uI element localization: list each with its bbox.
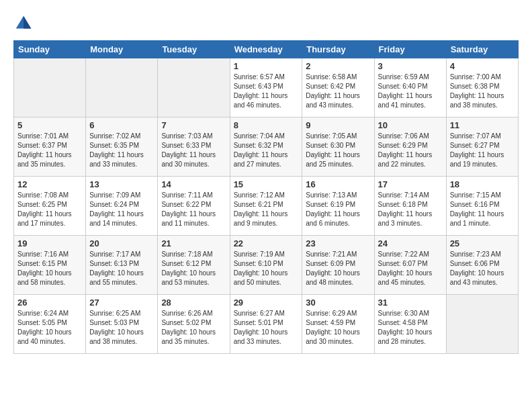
- calendar-week-row: 19Sunrise: 7:16 AM Sunset: 6:15 PM Dayli…: [14, 236, 519, 295]
- calendar-day-cell: 9Sunrise: 7:05 AM Sunset: 6:30 PM Daylig…: [302, 118, 374, 177]
- day-number: 22: [234, 238, 299, 248]
- day-detail: Sunrise: 7:01 AM Sunset: 6:37 PM Dayligh…: [17, 132, 82, 169]
- day-number: 27: [89, 298, 154, 308]
- calendar-day-cell: 30Sunrise: 6:29 AM Sunset: 4:59 PM Dayli…: [302, 295, 374, 354]
- day-number: 17: [378, 179, 443, 189]
- day-number: 23: [306, 238, 370, 248]
- day-of-week-header: Monday: [86, 41, 158, 58]
- calendar-day-cell: 31Sunrise: 6:30 AM Sunset: 4:58 PM Dayli…: [374, 295, 446, 354]
- day-detail: Sunrise: 6:26 AM Sunset: 5:02 PM Dayligh…: [161, 309, 226, 347]
- day-detail: Sunrise: 7:16 AM Sunset: 6:15 PM Dayligh…: [17, 250, 82, 287]
- day-number: 26: [17, 298, 82, 308]
- day-detail: Sunrise: 7:07 AM Sunset: 6:27 PM Dayligh…: [450, 132, 515, 169]
- day-detail: Sunrise: 6:59 AM Sunset: 6:40 PM Dayligh…: [378, 73, 443, 110]
- calendar-day-cell: 24Sunrise: 7:22 AM Sunset: 6:07 PM Dayli…: [374, 236, 446, 295]
- day-detail: Sunrise: 7:19 AM Sunset: 6:10 PM Dayligh…: [234, 250, 299, 287]
- day-detail: Sunrise: 7:12 AM Sunset: 6:21 PM Dayligh…: [234, 191, 299, 228]
- day-detail: Sunrise: 7:23 AM Sunset: 6:06 PM Dayligh…: [450, 250, 515, 287]
- calendar-day-cell: 10Sunrise: 7:06 AM Sunset: 6:29 PM Dayli…: [374, 118, 446, 177]
- day-detail: Sunrise: 7:02 AM Sunset: 6:35 PM Dayligh…: [89, 132, 154, 169]
- calendar-day-cell: 29Sunrise: 6:27 AM Sunset: 5:01 PM Dayli…: [230, 295, 302, 354]
- calendar-day-cell: 4Sunrise: 7:00 AM Sunset: 6:38 PM Daylig…: [446, 58, 518, 118]
- day-number: 6: [89, 120, 154, 130]
- calendar-header-row: SundayMondayTuesdayWednesdayThursdayFrid…: [14, 41, 519, 58]
- day-number: 8: [234, 120, 299, 130]
- day-detail: Sunrise: 7:09 AM Sunset: 6:24 PM Dayligh…: [89, 191, 154, 228]
- day-number: 4: [450, 61, 515, 71]
- calendar-day-cell: 18Sunrise: 7:15 AM Sunset: 6:16 PM Dayli…: [446, 177, 518, 236]
- day-number: 10: [378, 120, 443, 130]
- day-detail: Sunrise: 7:03 AM Sunset: 6:33 PM Dayligh…: [161, 132, 226, 169]
- day-number: 12: [17, 179, 82, 189]
- day-detail: Sunrise: 7:00 AM Sunset: 6:38 PM Dayligh…: [450, 73, 515, 110]
- calendar-week-row: 26Sunrise: 6:24 AM Sunset: 5:05 PM Dayli…: [14, 295, 519, 354]
- day-of-week-header: Thursday: [302, 41, 374, 58]
- day-detail: Sunrise: 7:04 AM Sunset: 6:32 PM Dayligh…: [234, 132, 299, 169]
- calendar-day-cell: 26Sunrise: 6:24 AM Sunset: 5:05 PM Dayli…: [14, 295, 86, 354]
- calendar-day-cell: 14Sunrise: 7:11 AM Sunset: 6:22 PM Dayli…: [158, 177, 230, 236]
- day-number: 3: [378, 61, 443, 71]
- calendar-day-cell: 12Sunrise: 7:08 AM Sunset: 6:25 PM Dayli…: [14, 177, 86, 236]
- day-detail: Sunrise: 6:25 AM Sunset: 5:03 PM Dayligh…: [89, 309, 154, 347]
- calendar-day-cell: 8Sunrise: 7:04 AM Sunset: 6:32 PM Daylig…: [230, 118, 302, 177]
- day-number: 9: [306, 120, 370, 130]
- logo: [13, 13, 36, 34]
- day-number: 30: [306, 298, 370, 308]
- day-number: 31: [378, 298, 443, 308]
- calendar-day-cell: 19Sunrise: 7:16 AM Sunset: 6:15 PM Dayli…: [14, 236, 86, 295]
- day-number: 2: [306, 61, 370, 71]
- calendar-day-cell: 21Sunrise: 7:18 AM Sunset: 6:12 PM Dayli…: [158, 236, 230, 295]
- calendar-day-cell: 25Sunrise: 7:23 AM Sunset: 6:06 PM Dayli…: [446, 236, 518, 295]
- day-number: 7: [161, 120, 226, 130]
- day-number: 25: [450, 238, 515, 248]
- calendar-day-cell: 15Sunrise: 7:12 AM Sunset: 6:21 PM Dayli…: [230, 177, 302, 236]
- day-of-week-header: Tuesday: [158, 41, 230, 58]
- day-number: 15: [234, 179, 299, 189]
- day-number: 1: [234, 61, 299, 71]
- day-detail: Sunrise: 6:27 AM Sunset: 5:01 PM Dayligh…: [234, 309, 299, 347]
- calendar-day-cell: 3Sunrise: 6:59 AM Sunset: 6:40 PM Daylig…: [374, 58, 446, 118]
- day-number: 20: [89, 238, 154, 248]
- day-detail: Sunrise: 7:06 AM Sunset: 6:29 PM Dayligh…: [378, 132, 443, 169]
- day-number: 29: [234, 298, 299, 308]
- calendar-day-cell: 27Sunrise: 6:25 AM Sunset: 5:03 PM Dayli…: [86, 295, 158, 354]
- calendar-week-row: 1Sunrise: 6:57 AM Sunset: 6:43 PM Daylig…: [14, 58, 519, 118]
- day-detail: Sunrise: 6:30 AM Sunset: 4:58 PM Dayligh…: [378, 309, 443, 347]
- calendar-day-cell: [158, 58, 230, 118]
- day-detail: Sunrise: 7:08 AM Sunset: 6:25 PM Dayligh…: [17, 191, 82, 228]
- calendar-day-cell: 13Sunrise: 7:09 AM Sunset: 6:24 PM Dayli…: [86, 177, 158, 236]
- calendar-day-cell: 11Sunrise: 7:07 AM Sunset: 6:27 PM Dayli…: [446, 118, 518, 177]
- day-number: 18: [450, 179, 515, 189]
- day-number: 14: [161, 179, 226, 189]
- day-detail: Sunrise: 7:15 AM Sunset: 6:16 PM Dayligh…: [450, 191, 515, 228]
- calendar-day-cell: 6Sunrise: 7:02 AM Sunset: 6:35 PM Daylig…: [86, 118, 158, 177]
- calendar-table: SundayMondayTuesdayWednesdayThursdayFrid…: [13, 40, 519, 354]
- day-detail: Sunrise: 7:22 AM Sunset: 6:07 PM Dayligh…: [378, 250, 443, 287]
- day-number: 28: [161, 298, 226, 308]
- day-detail: Sunrise: 7:13 AM Sunset: 6:19 PM Dayligh…: [306, 191, 370, 228]
- day-number: 5: [17, 120, 82, 130]
- day-of-week-header: Friday: [374, 41, 446, 58]
- day-detail: Sunrise: 7:11 AM Sunset: 6:22 PM Dayligh…: [161, 191, 226, 228]
- day-of-week-header: Wednesday: [230, 41, 302, 58]
- day-detail: Sunrise: 7:14 AM Sunset: 6:18 PM Dayligh…: [378, 191, 443, 228]
- calendar-day-cell: 5Sunrise: 7:01 AM Sunset: 6:37 PM Daylig…: [14, 118, 86, 177]
- calendar-day-cell: 28Sunrise: 6:26 AM Sunset: 5:02 PM Dayli…: [158, 295, 230, 354]
- day-detail: Sunrise: 6:57 AM Sunset: 6:43 PM Dayligh…: [234, 73, 299, 110]
- calendar-day-cell: 23Sunrise: 7:21 AM Sunset: 6:09 PM Dayli…: [302, 236, 374, 295]
- calendar-day-cell: [446, 295, 518, 354]
- day-of-week-header: Saturday: [446, 41, 518, 58]
- day-detail: Sunrise: 7:17 AM Sunset: 6:13 PM Dayligh…: [89, 250, 154, 287]
- calendar-day-cell: 22Sunrise: 7:19 AM Sunset: 6:10 PM Dayli…: [230, 236, 302, 295]
- calendar-week-row: 12Sunrise: 7:08 AM Sunset: 6:25 PM Dayli…: [14, 177, 519, 236]
- day-number: 24: [378, 238, 443, 248]
- day-number: 11: [450, 120, 515, 130]
- day-number: 19: [17, 238, 82, 248]
- logo-icon: [13, 13, 34, 34]
- day-detail: Sunrise: 6:24 AM Sunset: 5:05 PM Dayligh…: [17, 309, 82, 347]
- calendar-week-row: 5Sunrise: 7:01 AM Sunset: 6:37 PM Daylig…: [14, 118, 519, 177]
- calendar-day-cell: 17Sunrise: 7:14 AM Sunset: 6:18 PM Dayli…: [374, 177, 446, 236]
- day-detail: Sunrise: 6:29 AM Sunset: 4:59 PM Dayligh…: [306, 309, 370, 347]
- calendar-day-cell: 7Sunrise: 7:03 AM Sunset: 6:33 PM Daylig…: [158, 118, 230, 177]
- calendar-day-cell: [14, 58, 86, 118]
